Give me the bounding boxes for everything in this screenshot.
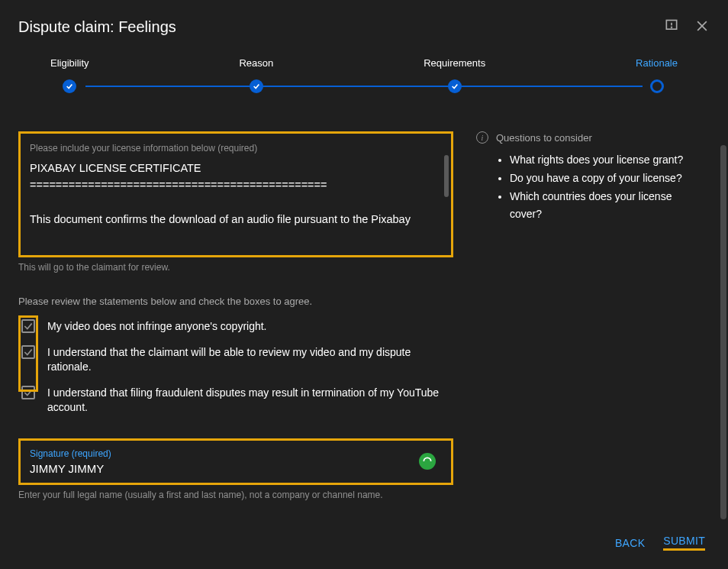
close-icon[interactable]: [694, 18, 710, 34]
license-label: Please include your license information …: [30, 143, 442, 154]
review-intro: Please review the statements below and c…: [18, 296, 453, 307]
license-helper: This will go to the claimant for review.: [18, 262, 453, 273]
step-eligibility[interactable]: Eligibility: [50, 57, 89, 93]
dispute-dialog: Dispute claim: Feelings Eligibility Reas…: [0, 0, 728, 569]
license-content: PIXABAY LICENSE CERTIFICATE ============…: [30, 160, 442, 244]
checkbox-group: My video does not infringe anyone's copy…: [18, 319, 453, 415]
dialog-scrollbar[interactable]: [720, 145, 726, 519]
dialog-header: Dispute claim: Feelings: [18, 18, 710, 57]
question-item: Do you have a copy of your license?: [510, 170, 697, 188]
checkbox-claimant-review[interactable]: [21, 345, 35, 359]
questions-list: What rights does your license grant? Do …: [476, 151, 697, 224]
agree-row-1: My video does not infringe anyone's copy…: [18, 319, 453, 335]
side-column: i Questions to consider What rights does…: [476, 131, 697, 527]
dialog-footer: BACK SUBMIT: [18, 527, 710, 551]
signature-value: JIMMY JIMMY: [30, 462, 442, 475]
stepper: Eligibility Reason Requirements Rational…: [18, 57, 710, 93]
signature-input[interactable]: Signature (required) JIMMY JIMMY: [18, 438, 453, 485]
agree-row-3: I understand that filing fraudulent disp…: [18, 386, 453, 415]
question-item: Which countries does your license cover?: [510, 188, 697, 225]
signature-label: Signature (required): [30, 448, 442, 459]
agree-row-2: I understand that the claimant will be a…: [18, 345, 453, 375]
textarea-scrollbar[interactable]: [444, 155, 449, 197]
signature-helper: Enter your full legal name (usually a fi…: [18, 490, 453, 500]
checkbox-label: My video does not infringe anyone's copy…: [47, 319, 267, 335]
info-icon: i: [476, 131, 488, 144]
checkbox-label: I understand that the claimant will be a…: [47, 345, 453, 375]
question-item: What rights does your license grant?: [510, 151, 697, 170]
grammarly-icon[interactable]: [419, 453, 436, 470]
check-icon: [448, 79, 462, 93]
current-step-icon: [650, 79, 664, 93]
step-reason[interactable]: Reason: [239, 57, 273, 93]
feedback-icon[interactable]: [664, 18, 679, 34]
check-icon: [250, 79, 263, 93]
step-requirements[interactable]: Requirements: [424, 57, 485, 93]
side-title: Questions to consider: [496, 132, 592, 144]
stepper-connector: [85, 86, 643, 87]
step-rationale[interactable]: Rationale: [636, 57, 678, 93]
check-icon: [63, 79, 76, 93]
back-button[interactable]: BACK: [615, 535, 645, 551]
main-column: Please include your license information …: [18, 131, 453, 527]
checkbox-no-infringe[interactable]: [21, 319, 35, 333]
svg-point-2: [672, 27, 672, 27]
checkbox-label: I understand that filing fraudulent disp…: [47, 386, 453, 415]
checkbox-fraud-warning[interactable]: [21, 386, 35, 399]
dialog-title: Dispute claim: Feelings: [18, 18, 176, 36]
submit-button[interactable]: SUBMIT: [663, 535, 705, 551]
license-textarea[interactable]: Please include your license information …: [18, 131, 453, 257]
